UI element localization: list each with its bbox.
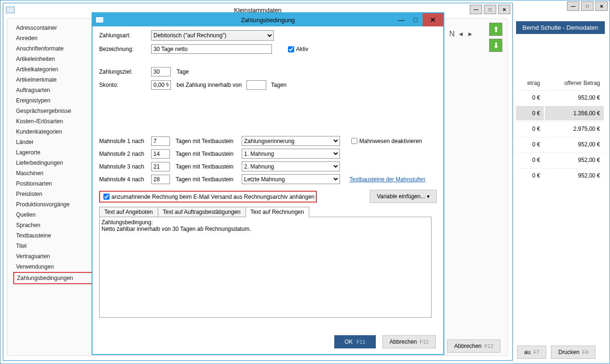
mahnstufe-days-input[interactable] bbox=[151, 175, 170, 184]
sidebar-item[interactable]: Titel bbox=[13, 241, 93, 251]
sidebar-item[interactable]: Produktionsvorgänge bbox=[13, 199, 93, 210]
mahnstufe-row: Mahnstufe 4 nachTagen mit TextbausteinLe… bbox=[99, 174, 437, 184]
table-row[interactable]: 0 €952,00 € bbox=[516, 152, 604, 167]
maximize-button[interactable]: □ bbox=[581, 1, 593, 11]
table-row[interactable]: 0 €2.975,00 € bbox=[516, 121, 604, 136]
text-tab[interactable]: Text auf Rechnungen bbox=[246, 207, 309, 217]
customer-header: Bernd Schulte - Demodaten bbox=[516, 21, 605, 34]
sidebar-item[interactable]: Maschinen bbox=[13, 168, 93, 178]
sidebar-item[interactable]: Quellen bbox=[13, 210, 93, 220]
tage-label: Tage bbox=[177, 68, 189, 75]
move-up-button[interactable]: ⬆ bbox=[489, 23, 502, 36]
sidebar-item[interactable]: Preislisten bbox=[13, 189, 93, 199]
move-down-button[interactable]: ⬇ bbox=[489, 39, 502, 52]
textbaustein-select[interactable]: Zahlungserinnerung bbox=[242, 136, 340, 146]
sidebar-item[interactable]: Textbausteine bbox=[13, 230, 93, 241]
print-button[interactable]: DruckenF8 bbox=[551, 346, 595, 359]
sidebar-item[interactable]: Sprachen bbox=[13, 220, 93, 230]
bezeichnung-input[interactable] bbox=[151, 44, 272, 54]
mahnstufe-days-input[interactable] bbox=[151, 136, 170, 146]
mahnstufe-row: Mahnstufe 3 nachTagen mit Textbaustein2.… bbox=[99, 161, 437, 171]
cell-offener: 952,00 € bbox=[545, 168, 604, 183]
mahnstufe-row: Mahnstufe 1 nachTagen mit TextbausteinZa… bbox=[99, 136, 437, 146]
tagen-mit-label: Tagen mit Textbaustein bbox=[176, 176, 242, 183]
mahnstufe-row: Mahnstufe 2 nachTagen mit Textbaustein1.… bbox=[99, 149, 437, 159]
zahlungsart-select[interactable]: Debitorisch ("auf Rechnung") bbox=[151, 30, 274, 41]
mahnstufe-label: Mahnstufe 4 nach bbox=[99, 176, 151, 183]
minimize-button[interactable]: — bbox=[567, 1, 579, 11]
kl-cancel-button[interactable]: AbbrechenF12 bbox=[447, 339, 500, 353]
skonto-mid-label: bei Zahlung innerhalb von bbox=[177, 82, 242, 88]
nav-prev-icon[interactable]: ◂ bbox=[459, 30, 463, 38]
sidebar-item[interactable]: Auftragsarten bbox=[13, 85, 93, 95]
invoice-table: etrag offener Betrag 0 €952,00 €0 €1.356… bbox=[515, 76, 605, 184]
dlg-minimize-button[interactable]: — bbox=[394, 13, 408, 26]
cell-etrag: 0 € bbox=[516, 121, 544, 136]
mahnstufe-days-input[interactable] bbox=[151, 162, 170, 171]
mahnwesen-deaktivieren-checkbox[interactable] bbox=[351, 138, 357, 144]
sidebar-item[interactable]: Lieferbedingungen bbox=[13, 158, 93, 168]
skonto-label: Skonto: bbox=[99, 82, 151, 88]
table-row[interactable]: 0 €1.356,00 € bbox=[516, 106, 604, 120]
tagen-mit-label: Tagen mit Textbaustein bbox=[176, 138, 242, 144]
cell-offener: 952,00 € bbox=[545, 152, 604, 167]
sidebar-item[interactable]: Artikelmerkmale bbox=[13, 75, 93, 85]
text-tab[interactable]: Text auf Auftragsbestätigungen bbox=[158, 207, 246, 217]
anhang-checkbox[interactable] bbox=[103, 194, 110, 200]
aktiv-label: Aktiv bbox=[296, 46, 308, 52]
textbausteine-link[interactable]: Textbausteine der Mahnstufen bbox=[349, 176, 425, 183]
sidebar-item[interactable]: Kosten-/Erlösarten bbox=[13, 116, 93, 127]
cancel-button[interactable]: AbbrechenF12 bbox=[382, 335, 436, 348]
tagen-mit-label: Tagen mit Textbaustein bbox=[176, 163, 242, 170]
kl-maximize-button[interactable]: □ bbox=[484, 5, 496, 14]
skonto-input[interactable] bbox=[151, 80, 171, 90]
text-tab[interactable]: Text auf Angeboten bbox=[99, 207, 158, 217]
sidebar-item[interactable]: Gesprächsergebnisse bbox=[13, 106, 93, 116]
mahnstufe-days-input[interactable] bbox=[151, 149, 170, 159]
dialog-titlebar: Zahlungsbedingung — □ ✕ bbox=[93, 13, 443, 26]
nav-next-icon[interactable]: ▸ bbox=[468, 30, 472, 38]
sidebar-item[interactable]: Ereignistypen bbox=[13, 95, 93, 106]
variable-einfuegen-button[interactable]: Variable einfügen... ▾ bbox=[370, 190, 437, 203]
col-offener-betrag: offener Betrag bbox=[545, 77, 604, 89]
table-row[interactable]: 0 €952,00 € bbox=[516, 168, 604, 183]
textbaustein-select[interactable]: 2. Mahnung bbox=[242, 161, 340, 171]
zahlungsziel-input[interactable] bbox=[151, 67, 171, 76]
sidebar-item[interactable]: Artikeleinheiten bbox=[13, 54, 93, 64]
cell-etrag: 0 € bbox=[516, 106, 544, 120]
col-etrag: etrag bbox=[516, 77, 544, 89]
dlg-maximize-button[interactable]: □ bbox=[408, 13, 423, 26]
chevron-down-icon: ▾ bbox=[427, 193, 430, 200]
dlg-close-button[interactable]: ✕ bbox=[423, 13, 443, 26]
sidebar-item[interactable]: Länder bbox=[13, 137, 93, 147]
cell-etrag: 0 € bbox=[516, 168, 544, 183]
sidebar-item[interactable]: Anschriftenformate bbox=[13, 43, 93, 54]
au-button[interactable]: auF7 bbox=[517, 346, 546, 359]
sidebar-item[interactable]: Positionsarten bbox=[13, 178, 93, 189]
sidebar-item[interactable]: Anreden bbox=[13, 33, 93, 43]
sidebar-item[interactable]: Adresscontainer bbox=[13, 23, 93, 33]
ok-button[interactable]: OKF11 bbox=[334, 335, 376, 348]
sidebar-item[interactable]: Lagerorte bbox=[13, 147, 93, 158]
mahnstufe-label: Mahnstufe 1 nach bbox=[99, 138, 151, 144]
skonto-days-input[interactable] bbox=[246, 80, 266, 90]
kl-close-button[interactable]: ✕ bbox=[498, 5, 510, 14]
aktiv-checkbox[interactable] bbox=[288, 46, 294, 52]
table-row[interactable]: 0 €952,00 € bbox=[516, 90, 604, 105]
sidebar-item[interactable]: Vertragsarten bbox=[13, 251, 93, 262]
dialog-title: Zahlungsbedingung bbox=[241, 17, 295, 24]
cell-offener: 952,00 € bbox=[545, 90, 604, 105]
cell-etrag: 0 € bbox=[516, 90, 544, 105]
textbaustein-select[interactable]: Letzte Mahnung bbox=[242, 174, 340, 184]
close-button[interactable]: ✕ bbox=[595, 1, 608, 11]
sidebar-item[interactable]: Kundenkategorien bbox=[13, 127, 93, 137]
kl-minimize-button[interactable]: — bbox=[470, 5, 482, 14]
sidebar-item[interactable]: Zahlungsbedingungen bbox=[13, 272, 93, 284]
sidebar-item[interactable]: Artikelkategorien bbox=[13, 64, 93, 75]
text-content[interactable]: Zahlungsbedingung: Netto zahlbar innerha… bbox=[99, 217, 432, 318]
cell-offener: 2.975,00 € bbox=[545, 121, 604, 136]
sidebar-item[interactable]: Verwendungen bbox=[13, 262, 93, 272]
table-row[interactable]: 0 €952,00 € bbox=[516, 137, 604, 152]
textbaustein-select[interactable]: 1. Mahnung bbox=[242, 149, 340, 159]
mahnstufe-label: Mahnstufe 2 nach bbox=[99, 151, 151, 157]
